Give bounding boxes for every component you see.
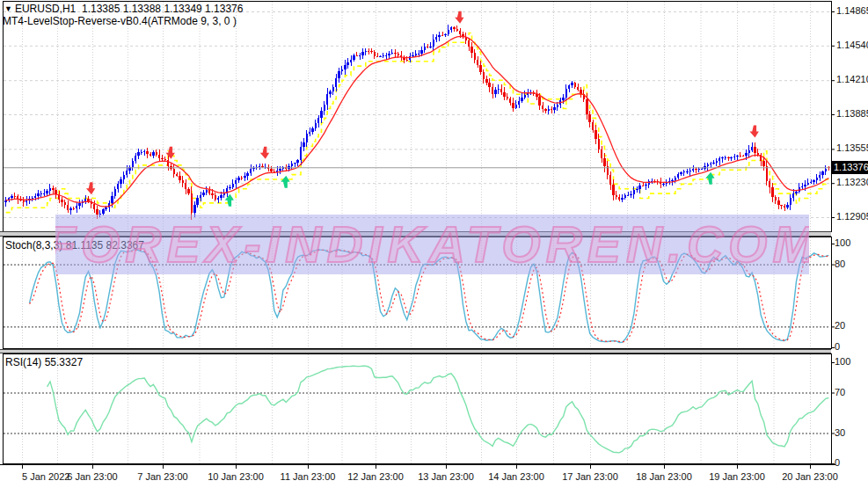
- sell-arrow-icon: [260, 147, 269, 159]
- symbol-timeframe-label: EURUSD,H1: [15, 3, 76, 15]
- buy-arrow-icon: [225, 194, 234, 207]
- stoch-name: Stoch(8,3,3): [5, 239, 62, 251]
- candles-layer: [4, 25, 829, 220]
- panel-separator-stoch-rsi[interactable]: [0, 349, 831, 353]
- chart-header: ▼EURUSD,H1 1.13385 1.13388 1.13349 1.133…: [4, 3, 243, 15]
- signal-arrows: [86, 11, 759, 207]
- stoch-signal-line: [30, 250, 829, 342]
- rsi-line: [47, 366, 829, 453]
- mt4-chart-window: 1.148651.145401.142101.138851.135551.132…: [0, 0, 868, 488]
- current-price-badge: 1.13376: [832, 161, 868, 174]
- rsi-panel-label: RSI(14) 55.3327: [5, 356, 83, 368]
- ohlc-values: 1.13385 1.13388 1.13349 1.13376: [82, 3, 244, 15]
- sell-arrow-icon: [86, 182, 95, 194]
- symbol-dropdown-icon[interactable]: ▼: [4, 4, 12, 13]
- buy-arrow-icon: [281, 176, 289, 188]
- rsi-values: 55.3327: [45, 356, 83, 368]
- sell-arrow-icon: [749, 126, 758, 138]
- panel-separator-main-stoch[interactable]: [0, 231, 831, 237]
- atr-stop-line: [6, 33, 829, 212]
- stoch-values: 81.1135 82.3367: [66, 239, 144, 251]
- rsi-name: RSI(14): [5, 356, 41, 368]
- indicator-name-label: MT4-LevelStop-Reverse-vB0.4(ATRMode 9, 3…: [3, 15, 237, 27]
- sell-arrow-icon: [455, 11, 463, 24]
- stoch-main-line: [30, 249, 829, 342]
- stoch-panel-label: Stoch(8,3,3) 81.1135 82.3367: [5, 239, 144, 251]
- buy-arrow-icon: [705, 172, 714, 185]
